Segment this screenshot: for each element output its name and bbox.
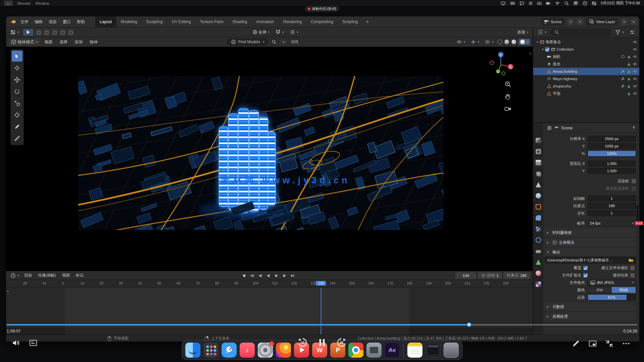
- topbar-menu[interactable]: 文件: [17, 16, 32, 27]
- visibility-eye-icon[interactable]: [633, 76, 637, 81]
- section-header-立体视法[interactable]: ▸立体视法: [545, 238, 636, 246]
- topbar-menu[interactable]: 渲染: [46, 16, 60, 27]
- menubar-clock[interactable]: 9月23日 周四 下午9:38: [601, 1, 640, 6]
- disclosure-triangle-icon[interactable]: ▾: [542, 48, 544, 51]
- properties-tab-scene[interactable]: [534, 181, 543, 189]
- checkbox-文件扩展名[interactable]: [583, 273, 588, 278]
- outliner-options-button[interactable]: [628, 29, 637, 36]
- outliner-row[interactable]: ▾Collection: [533, 46, 639, 53]
- properties-tab-world[interactable]: [534, 192, 543, 200]
- dock-icon-notes[interactable]: [408, 343, 423, 358]
- next-keyframe-button[interactable]: [281, 272, 288, 279]
- search-button[interactable]: [270, 39, 277, 46]
- property-value-field[interactable]: 1.000: [588, 168, 636, 174]
- tool-cursor[interactable]: [12, 62, 22, 73]
- property-value-field[interactable]: 1: [588, 195, 636, 201]
- subtitle-button[interactable]: [29, 339, 38, 347]
- jump-to-end-button[interactable]: [289, 272, 296, 279]
- workspace-tab-rendering[interactable]: Rendering: [279, 16, 306, 27]
- viewport-menu[interactable]: 视图: [42, 39, 55, 46]
- checkbox-缓存结果[interactable]: [630, 273, 635, 278]
- outliner-row[interactable]: zhujianzhu: [533, 82, 639, 90]
- options-dropdown[interactable]: 选项▾: [515, 29, 530, 36]
- workspace-tab-texture-paint[interactable]: Texture Paint: [196, 16, 228, 27]
- properties-tab-material[interactable]: [534, 269, 543, 277]
- panel-collapse-icon[interactable]: «: [529, 51, 532, 56]
- section-header-后期处理[interactable]: ▸后期处理: [545, 312, 636, 320]
- viewport-menu[interactable]: 物体: [88, 39, 100, 46]
- outliner-filter-dropdown[interactable]: ▾: [613, 29, 626, 36]
- new-view-layer-button[interactable]: +: [621, 19, 627, 25]
- shading-wireframe-button[interactable]: [497, 40, 502, 44]
- properties-editor-icon[interactable]: [547, 125, 552, 131]
- workspace-tab-compositing[interactable]: Compositing: [307, 16, 338, 27]
- visibility-eye-icon[interactable]: [633, 69, 637, 74]
- workspace-tab-layout[interactable]: Layout: [95, 16, 116, 27]
- tool-select-box[interactable]: [12, 51, 22, 62]
- properties-tab-view-layer[interactable]: [534, 170, 543, 178]
- section-header-输出[interactable]: ▾输出: [545, 248, 636, 256]
- keyboard-icon[interactable]: [537, 1, 542, 6]
- editor-type-dropdown[interactable]: ▾: [9, 29, 21, 36]
- tool-rotate[interactable]: [12, 86, 22, 97]
- checkbox-建立文件存储区[interactable]: [630, 266, 635, 270]
- tool-move[interactable]: [12, 74, 22, 85]
- workspace-tab-shading[interactable]: Shading: [228, 16, 252, 27]
- timeline-menu[interactable]: 回放: [22, 272, 35, 279]
- exit-fullscreen-button[interactable]: [605, 339, 614, 348]
- outliner-row[interactable]: Ways:highway: [533, 75, 639, 82]
- disclosure-triangle-icon[interactable]: ▾: [537, 40, 538, 44]
- proportional-editing-dropdown[interactable]: ▾: [288, 29, 300, 36]
- property-value-field[interactable]: 1: [588, 210, 636, 216]
- visibility-eye-icon[interactable]: [633, 40, 637, 44]
- dock-icon-launchpad[interactable]: [204, 343, 219, 358]
- tool-option-toggle[interactable]: [60, 29, 65, 35]
- dock-icon-preview-window[interactable]: [426, 343, 441, 358]
- properties-tab-particles[interactable]: [534, 225, 543, 233]
- section-header-时间重映射[interactable]: ▸时间重映射: [545, 229, 636, 237]
- properties-tab-physics[interactable]: [534, 236, 543, 244]
- battery-icon[interactable]: [546, 1, 551, 6]
- tool-option-toggle[interactable]: [68, 29, 73, 35]
- properties-tab-constraints[interactable]: [534, 247, 543, 255]
- tool-option-toggle[interactable]: [36, 29, 41, 35]
- checkbox-裁切至渲染框[interactable]: [632, 186, 636, 191]
- control-center-icon[interactable]: [592, 1, 596, 6]
- checkbox-覆盖[interactable]: [583, 266, 588, 270]
- pin-icon[interactable]: [632, 126, 636, 130]
- timeline-menu[interactable]: 抵像(插帧): [36, 272, 59, 279]
- workspace-tab-sculpting[interactable]: Sculpting: [142, 16, 167, 27]
- dock-icon-safari[interactable]: [222, 343, 237, 358]
- volume-button[interactable]: [11, 339, 20, 347]
- shading-solid-button[interactable]: [504, 40, 509, 44]
- remove-view-layer-button[interactable]: ×: [631, 19, 637, 25]
- workspace-tab-modeling[interactable]: Modeling: [116, 16, 142, 27]
- properties-tab-tool[interactable]: [534, 136, 543, 144]
- timeline-tracks[interactable]: ▸: [6, 288, 533, 335]
- property-value-field[interactable]: 1.000: [588, 161, 636, 167]
- gizmos-dropdown[interactable]: ▾: [469, 39, 481, 45]
- option-BW[interactable]: BW: [588, 287, 612, 293]
- workspace-tab-animation[interactable]: Animation: [252, 16, 279, 27]
- tool-transform[interactable]: [12, 109, 22, 120]
- dock-icon-compass[interactable]: [348, 343, 364, 358]
- property-dropdown[interactable]: 24 fps▾: [588, 220, 636, 226]
- outliner-display-mode-dropdown[interactable]: ▾: [536, 29, 548, 36]
- workspace-tab-uv-editing[interactable]: UV Editing: [167, 16, 196, 27]
- player-back-button[interactable]: ←: [4, 1, 13, 6]
- player-progress-handle[interactable]: [467, 322, 471, 327]
- menubar-item-window[interactable]: Window: [36, 1, 49, 5]
- pan-hand-icon[interactable]: [504, 93, 512, 100]
- wifi-icon[interactable]: [555, 1, 560, 6]
- timeline-menu[interactable]: 标记: [73, 272, 86, 279]
- timeline-menu[interactable]: 视图: [60, 272, 72, 279]
- tool-play-button[interactable]: [23, 29, 33, 36]
- option-RGB[interactable]: RGB: [612, 287, 636, 293]
- more-button[interactable]: [622, 339, 631, 348]
- rewind-10-button[interactable]: 10: [297, 337, 308, 348]
- notes-button[interactable]: [572, 339, 580, 348]
- view-layer-selector[interactable]: View Layer: [586, 18, 618, 25]
- dock-icon-settings[interactable]: 1: [258, 343, 273, 358]
- snapping-dropdown[interactable]: ▾: [274, 29, 286, 36]
- camera-view-icon[interactable]: [504, 105, 512, 113]
